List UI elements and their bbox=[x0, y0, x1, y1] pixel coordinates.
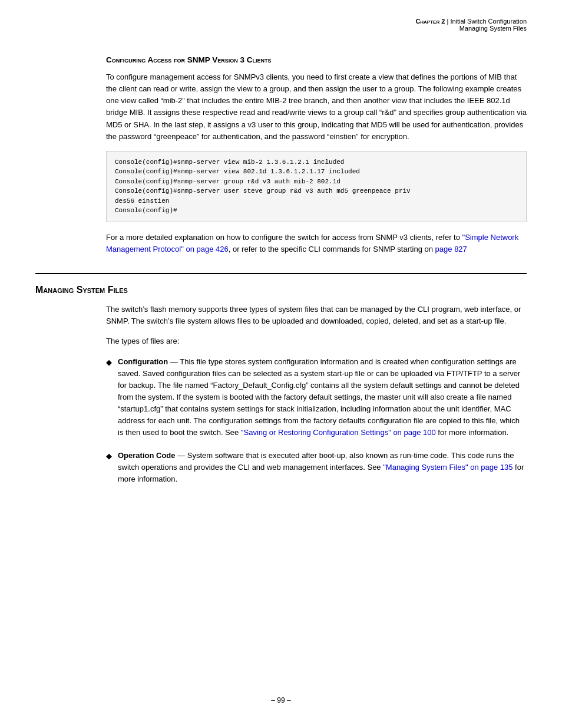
code-line-6: Console(config)# bbox=[115, 206, 518, 216]
section1-body2-prefix: For a more detailed explanation on how t… bbox=[106, 233, 462, 242]
bullet-dash-1: — bbox=[170, 357, 180, 366]
bullet-term-1: Configuration bbox=[118, 357, 168, 366]
page: Chapter 2 | Initial Switch Configuration… bbox=[0, 0, 562, 728]
section2-body1: The switch’s flash memory supports three… bbox=[106, 304, 527, 327]
section1-heading: Configuring Access for SNMP Version 3 Cl… bbox=[106, 55, 527, 64]
section1-body1: To configure management access for SNMPv… bbox=[106, 71, 527, 143]
header-subtitle: Managing System Files bbox=[35, 25, 527, 32]
section2: Managing System Files The switch’s flash… bbox=[106, 285, 527, 485]
link-managing-files[interactable]: "Managing System Files" on page 135 bbox=[383, 463, 513, 472]
code-line-1: Console(config)#snmp-server view mib-2 1… bbox=[115, 157, 518, 167]
bullet-diamond-2: ◆ bbox=[106, 450, 112, 462]
code-line-3: Console(config)#snmp-server group r&d v3… bbox=[115, 177, 518, 187]
link-page827[interactable]: page 827 bbox=[435, 245, 467, 253]
code-line-4: Console(config)#snmp-server user steve g… bbox=[115, 186, 518, 196]
bullet-content-2: Operation Code — System software that is… bbox=[118, 450, 527, 485]
bullet-term-2: Operation Code bbox=[118, 451, 176, 460]
page-header: Chapter 2 | Initial Switch Configuration… bbox=[0, 0, 562, 38]
section-divider bbox=[35, 273, 527, 274]
list-item: ◆ Configuration — This file type stores … bbox=[106, 356, 527, 439]
main-content: Configuring Access for SNMP Version 3 Cl… bbox=[0, 38, 562, 519]
code-line-2: Console(config)#snmp-server view 802.1d … bbox=[115, 167, 518, 177]
bullet-list: ◆ Configuration — This file type stores … bbox=[106, 356, 527, 485]
section2-heading: Managing System Files bbox=[35, 285, 527, 295]
page-footer: – 99 – bbox=[0, 684, 562, 716]
section1: Configuring Access for SNMP Version 3 Cl… bbox=[106, 55, 527, 255]
code-block: Console(config)#snmp-server view mib-2 1… bbox=[106, 151, 527, 222]
bullet-body-end-1: for more information. bbox=[436, 428, 509, 437]
link-config-settings[interactable]: "Saving or Restoring Configuration Setti… bbox=[241, 428, 436, 437]
code-line-5: des56 einstien bbox=[115, 196, 518, 206]
header-title: Initial Switch Configuration bbox=[450, 18, 527, 25]
chapter-line: Chapter 2 | Initial Switch Configuration bbox=[35, 18, 527, 25]
bullet-body-1: This file type stores system configurati… bbox=[118, 357, 520, 437]
section1-body2-middle: , or refer to the specific CLI commands … bbox=[229, 245, 435, 253]
section2-body2: The types of files are: bbox=[106, 335, 527, 347]
page-number: – 99 – bbox=[271, 696, 290, 704]
section1-body2: For a more detailed explanation on how t… bbox=[106, 232, 527, 255]
bullet-content-1: Configuration — This file type stores sy… bbox=[118, 356, 527, 439]
bullet-dash-2: — bbox=[177, 451, 187, 460]
bullet-diamond-1: ◆ bbox=[106, 357, 112, 368]
chapter-label: Chapter 2 bbox=[415, 18, 445, 25]
list-item: ◆ Operation Code — System software that … bbox=[106, 450, 527, 485]
